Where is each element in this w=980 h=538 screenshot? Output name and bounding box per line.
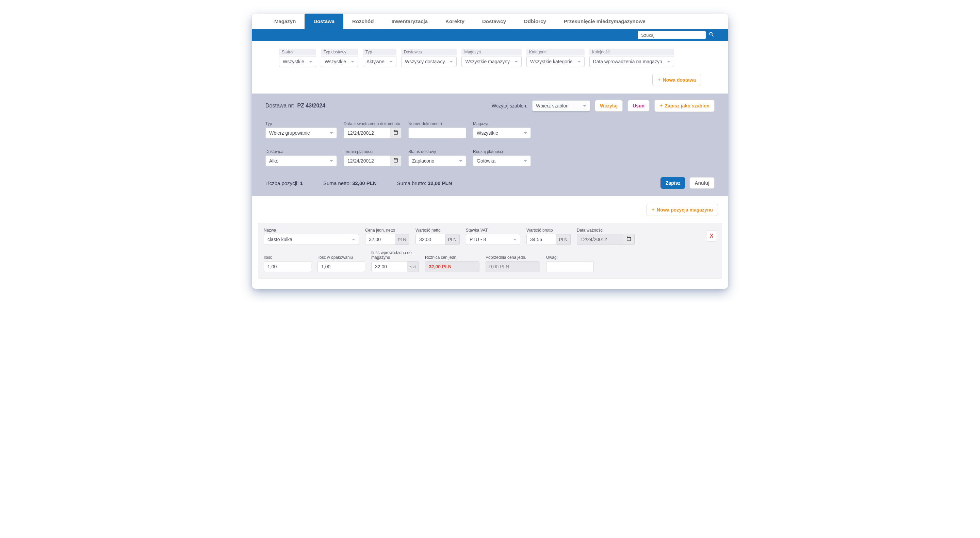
item-notes[interactable] (546, 261, 594, 272)
item-diff-label: Różnica cen jedn. (425, 255, 479, 260)
chevron-down-icon (578, 61, 581, 63)
tab-inwentaryzacja[interactable]: Inwentaryzacja (382, 14, 437, 29)
search-bar (252, 29, 728, 41)
chevron-down-icon (450, 61, 453, 63)
unit-label: szt (407, 261, 419, 272)
tab-rozchod[interactable]: Rozchód (343, 14, 382, 29)
save-template-button[interactable]: +Zapisz jako szablon (654, 100, 714, 112)
plus-icon: + (659, 103, 662, 109)
chevron-down-icon (309, 61, 312, 63)
new-delivery-row: +Nowa dostawa (252, 74, 728, 94)
plus-icon: + (652, 207, 655, 213)
tab-bar: Magazyn Dostawa Rozchód Inwentaryzacja K… (252, 14, 728, 29)
tab-magazyn[interactable]: Magazyn (266, 14, 305, 29)
filter-magazyn-label: Magazyn (461, 49, 522, 56)
delete-item-button[interactable]: X (706, 230, 717, 241)
new-delivery-button[interactable]: +Nowa dostawa (652, 74, 701, 86)
item-name[interactable]: ciasto kulka (264, 234, 359, 245)
new-item-button[interactable]: +Nowa pozycja magazynu (646, 204, 718, 216)
item-vat[interactable]: PTU - 8 (466, 234, 520, 245)
item-stockqty-label: Ilość wprowadzona do magazynu (371, 250, 415, 260)
field-status-label: Status dostawy (408, 149, 466, 154)
filter-dostawca[interactable]: Wszyscy dostawcy (401, 56, 457, 67)
template-select[interactable]: Wbierz szablon (532, 100, 590, 111)
chevron-down-icon (330, 132, 333, 134)
chevron-down-icon (352, 239, 355, 240)
calendar-button[interactable] (623, 234, 635, 245)
item-packqty[interactable]: 1,00 (318, 261, 365, 272)
search-icon[interactable] (708, 31, 714, 39)
plus-icon: + (657, 77, 660, 83)
item-stockqty[interactable]: 32,00 (371, 261, 407, 272)
item-name-label: Nazwa (264, 228, 359, 233)
document-number: PZ 43/2024 (297, 103, 325, 109)
item-prevprice: 0,00 PLN (485, 261, 540, 272)
tab-dostawcy[interactable]: Dostawcy (473, 14, 515, 29)
tab-odbiorcy[interactable]: Odbiorcy (515, 14, 555, 29)
summary-netto: Suma netto: 32,00 PLN (323, 180, 377, 186)
tab-korekty[interactable]: Korekty (437, 14, 473, 29)
field-supplier[interactable]: Alko (266, 156, 337, 166)
chevron-down-icon (667, 61, 670, 63)
calendar-icon (626, 236, 632, 243)
search-input[interactable] (638, 31, 706, 39)
item-netvalue[interactable]: 32,00 (415, 234, 445, 245)
item-prevprice-label: Poprzednia cena jedn. (485, 255, 540, 260)
field-due-label: Termin płatności (344, 149, 401, 154)
item-unitprice[interactable]: 32,00 (365, 234, 395, 245)
chevron-down-icon (514, 61, 518, 63)
field-data-label: Data zewnętrznego dokumentu (344, 121, 401, 126)
item-packqty-label: Ilość w opakowaniu (318, 255, 365, 260)
item-gross[interactable]: 34,56 (527, 234, 556, 245)
currency-label: PLN (556, 234, 571, 245)
item-diff: 32,00 PLN (425, 261, 479, 272)
item-qty-label: Ilość (264, 255, 311, 260)
field-typ-label: Typ (266, 121, 337, 126)
chevron-down-icon (389, 61, 393, 63)
cancel-button[interactable]: Anuluj (689, 177, 714, 189)
calendar-icon (393, 157, 398, 164)
filter-typ-label: Typ (363, 49, 396, 56)
calendar-button[interactable] (390, 156, 401, 166)
tab-przesuniecie[interactable]: Przesunięcie międzymagazynowe (555, 14, 654, 29)
filter-dostawca-label: Dostawca (401, 49, 457, 56)
calendar-icon (393, 130, 398, 136)
calendar-button[interactable] (390, 127, 401, 138)
field-magazyn[interactable]: Wszystkie (473, 127, 531, 138)
filter-typdostawy[interactable]: Wszystkie (321, 56, 358, 67)
chevron-down-icon (583, 105, 586, 107)
load-template-button[interactable]: Wczytaj (595, 100, 623, 111)
save-button[interactable]: Zapisz (660, 177, 686, 189)
document-header: Dostawa nr: PZ 43/2024 Wczytaj szablon: … (252, 94, 728, 118)
item-notes-label: Uwagi (546, 255, 594, 260)
filter-kategorie[interactable]: Wszystkie kategorie (527, 56, 584, 67)
document-title: Dostawa nr: PZ 43/2024 (266, 103, 325, 109)
item-gross-label: Wartość brutto (527, 228, 571, 233)
filter-status-label: Status (279, 49, 316, 56)
field-magazyn-label: Magazyn (473, 121, 531, 126)
filters-bar: Status Wszystkie Typ dostawy Wszystkie T… (252, 41, 728, 74)
summary-brutto: Suma brutto: 32,00 PLN (397, 180, 452, 186)
item-expiry[interactable]: 12/24/20012 (577, 234, 623, 245)
delete-template-button[interactable]: Usuń (627, 100, 649, 111)
field-supplier-label: Dostawca (266, 149, 337, 154)
filter-magazyn[interactable]: Wszystkie magazyny (461, 56, 522, 67)
filter-typdostawy-label: Typ dostawy (321, 49, 358, 56)
item-qty[interactable]: 1,00 (264, 261, 311, 272)
chevron-down-icon (524, 160, 527, 162)
tab-dostawa[interactable]: Dostawa (305, 14, 343, 29)
currency-label: PLN (395, 234, 409, 245)
field-docnum[interactable] (408, 127, 466, 138)
field-due-date[interactable]: 12/24/20012 (344, 156, 390, 166)
field-external-date[interactable]: 12/24/20012 (344, 127, 390, 138)
template-label: Wczytaj szablon: (492, 103, 527, 108)
filter-status[interactable]: Wszystkie (279, 56, 316, 67)
filter-typ[interactable]: Aktywne (363, 56, 396, 67)
summary-row: Liczba pozycji: 1 Suma netto: 32,00 PLN … (252, 174, 728, 196)
item-row: X Nazwa ciasto kulka Cena jedn. netto 32… (258, 223, 722, 279)
field-payment-type[interactable]: Gotówka (473, 156, 531, 166)
field-typ[interactable]: Wbierz grupowanie (266, 127, 337, 138)
field-delivery-status[interactable]: Zapłacono (408, 156, 466, 166)
filter-kolejnosc[interactable]: Data wprowadzenia na magazyn (589, 56, 674, 67)
chevron-down-icon (513, 239, 517, 240)
